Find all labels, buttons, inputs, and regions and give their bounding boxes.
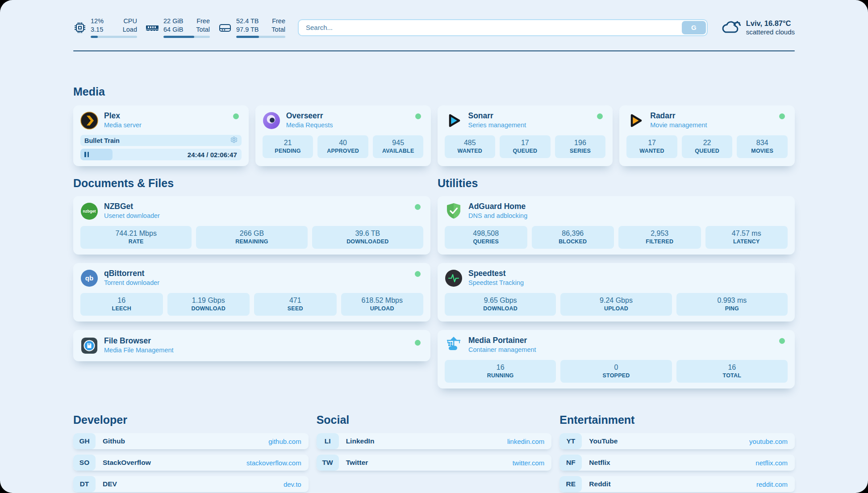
cpu-meter-fill [91,36,98,38]
app-name: Overseerr [286,111,333,121]
stat-remaining: 266 GB REMAINING [196,226,307,249]
now-playing-row: Bullet Train [80,135,242,146]
gear-icon[interactable] [230,136,238,145]
stat-wanted: 17 WANTED [626,135,677,158]
stat-rate: 744.21 Mbps RATE [80,226,192,249]
card-plex[interactable]: Plex Media server Bullet Train 24:44 / 0… [73,105,249,166]
stat-stopped: 0 STOPPED [560,360,672,383]
qbittorrent-icon-text: qb [85,274,93,282]
documents-column: nzbget NZBGet Usenet downloader 744.21 M… [73,196,430,389]
app-subtitle: Torrent downloader [104,278,159,288]
stat-wanted: 485 WANTED [445,135,496,158]
reddit-badge: RE [559,476,582,492]
github-badge: GH [73,433,96,449]
card-speedtest[interactable]: Speedtest Speedtest Tracking 9.65 Gbps D… [438,263,795,322]
stat-upload: 9.24 Gbps UPLOAD [560,293,672,316]
section-heading-social: Social [317,414,552,426]
ram-icon [145,21,159,34]
card-sonarr[interactable]: Sonarr Series management 485 WANTED 17 Q… [438,105,613,166]
app-subtitle: Media Requests [286,121,333,130]
developer-section: Developer GH Github github.com SO StackO… [73,414,309,492]
system-stats: 12% 3.15 CPU Load [73,17,285,38]
qbittorrent-icon: qb [80,269,98,287]
link-dev[interactable]: DT DEV dev.to [73,476,309,492]
ram-meter-fill [163,36,194,38]
link-twitter[interactable]: TW Twitter twitter.com [317,455,552,471]
weather-location-temp: Lviv, 16.87°C [746,19,795,28]
card-overseerr[interactable]: Overseerr Media Requests 21 PENDING 40 A… [255,105,431,166]
app-subtitle: Media server [104,121,142,130]
link-youtube[interactable]: YT YouTube youtube.com [559,433,795,449]
link-linkedin[interactable]: LI LinkedIn linkedin.com [317,433,552,449]
app-name: Plex [104,111,142,121]
card-qbittorrent[interactable]: qb qBittorrent Torrent downloader 16 LEE… [73,263,430,322]
status-dot [415,340,421,346]
stat-download: 1.19 Gbps DOWNLOAD [167,293,250,316]
google-search-button[interactable]: G [682,21,706,34]
stat-ping: 0.993 ms PING [676,293,788,316]
portainer-icon [445,336,463,354]
app-name: qBittorrent [104,269,159,278]
card-filebrowser[interactable]: File Browser Media File Management [73,330,430,361]
app-subtitle: Movie management [650,121,707,130]
stat-seed: 471 SEED [254,293,337,316]
stat-approved: 40 APPROVED [317,135,368,158]
dev-badge: DT [73,476,96,492]
cpu-label: CPU [119,17,137,25]
ram-total-label: Total [192,25,210,34]
status-dot [415,113,421,119]
status-dot [415,204,421,210]
stat-queued: 17 QUEUED [500,135,551,158]
stat-latency: 47.57 ms LATENCY [705,226,788,249]
header-divider [73,50,795,51]
playback-progress: 24:44 / 02:06:47 [80,149,242,160]
app-subtitle: Container management [468,345,536,355]
app-name: NZBGet [104,202,160,211]
stat-running: 16 RUNNING [445,360,556,383]
speedtest-icon [445,269,463,287]
sonarr-icon [445,112,463,130]
link-netflix[interactable]: NF Netflix netflix.com [559,455,795,471]
stat-upload: 618.52 Mbps UPLOAD [341,293,424,316]
link-github[interactable]: GH Github github.com [73,433,309,449]
stat-download: 9.65 Gbps DOWNLOAD [445,293,556,316]
disk-free-label: Free [267,17,285,25]
app-name: File Browser [104,336,174,346]
status-dot [779,338,785,344]
stat-blocked: 86,396 BLOCKED [532,226,614,249]
filebrowser-icon [80,337,98,355]
twitter-badge: TW [317,455,339,471]
nzbget-icon: nzbget [80,202,98,220]
section-heading-utilities: Utilities [438,177,795,190]
stat-movies: 834 MOVIES [737,135,788,158]
disk-total-label: Total [267,25,285,34]
social-section: Social LI LinkedIn linkedin.com TW Twitt… [317,414,552,492]
radarr-icon [626,112,644,130]
disk-meter-fill [236,36,259,38]
app-name: Radarr [650,111,707,121]
cpu-icon [73,21,87,34]
dashboard-page: 12% 3.15 CPU Load [0,0,868,493]
card-nzbget[interactable]: nzbget NZBGet Usenet downloader 744.21 M… [73,196,430,255]
search-input[interactable] [298,19,708,36]
section-heading-developer: Developer [73,414,309,426]
stackoverflow-badge: SO [73,455,96,471]
section-heading-media: Media [73,85,795,98]
card-adguard[interactable]: AdGuard Home DNS and adblocking 498,508 … [438,196,795,255]
disk-meter [236,36,285,38]
app-subtitle: Media File Management [104,346,174,355]
card-radarr[interactable]: Radarr Movie management 17 WANTED 22 QUE… [619,105,795,166]
stat-leech: 16 LEECH [80,293,163,316]
stat-available: 945 AVAILABLE [373,135,424,158]
weather-condition: scattered clouds [746,28,795,37]
stat-queued: 22 QUEUED [682,135,733,158]
card-portainer[interactable]: Media Portainer Container management 16 … [438,330,795,389]
link-reddit[interactable]: RE Reddit reddit.com [559,476,795,492]
stat-filtered: 2,953 FILTERED [618,226,701,249]
section-heading-documents: Documents & Files [73,177,430,190]
app-subtitle: Series management [468,121,526,130]
top-bar: 12% 3.15 CPU Load [73,0,795,40]
link-stackoverflow[interactable]: SO StackOverflow stackoverflow.com [73,455,309,471]
status-dot [779,113,785,119]
ram-total-value: 64 GiB [163,25,186,34]
